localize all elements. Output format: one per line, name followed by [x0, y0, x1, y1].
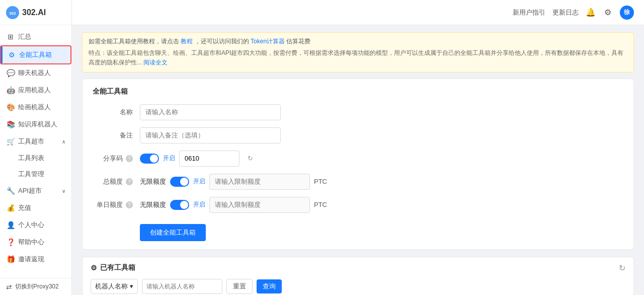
sidebar-item-chat-robot[interactable]: 💬 聊天机器人 — [0, 64, 71, 82]
settings-icon[interactable]: ⚙ — [603, 8, 613, 18]
sidebar: 302 302.AI ⊞ 汇总 ⚙ 全能工具箱 💬 聊天机器人 🤖 应用机器人 … — [0, 0, 72, 295]
main-area: 新用户指引 更新日志 🔔 ⚙ 徐 如需全能工具箱使用教程，请点击 教程 ，还可以… — [72, 0, 644, 295]
new-user-guide-btn[interactable]: 新用户指引 — [513, 8, 545, 17]
create-btn-row: 创建全能工具箱 — [93, 220, 623, 241]
notice-mid: ，还可以访问我们的 — [195, 38, 249, 45]
invite-icon: 🎁 — [6, 255, 15, 264]
total-quota-toggle-label: 开启 — [193, 177, 205, 186]
share-code-input[interactable] — [179, 151, 239, 167]
total-quota-input[interactable] — [209, 174, 310, 190]
tool-market-icon: 🛒 — [6, 137, 15, 146]
personal-icon: 👤 — [6, 220, 15, 230]
token-calculator-link[interactable]: Token计算器 — [251, 38, 285, 45]
form-row-total-quota: 总额度 ? 无限额度 开启 PTC — [93, 174, 623, 190]
share-code-toggle[interactable] — [140, 154, 159, 164]
daily-quota-toggle-label: 开启 — [193, 200, 205, 209]
logo-icon: 302 — [6, 6, 19, 19]
sidebar-item-tool-list[interactable]: 工具列表 — [0, 150, 71, 166]
sidebar-label-help: 帮助中心 — [18, 238, 44, 247]
name-input[interactable] — [140, 104, 281, 120]
sidebar-bottom-switch[interactable]: ⇄ 切换到Proxy302 — [0, 278, 71, 295]
sidebar-label-paint-robot: 绘画机器人 — [18, 103, 51, 112]
query-button[interactable]: 查询 — [257, 279, 282, 293]
filter-row: 机器人名称 ▾ 重置 查询 — [91, 279, 625, 294]
sidebar-item-all-tools[interactable]: ⚙ 全能工具箱 — [0, 45, 71, 64]
form-row-daily-quota: 单日额度 ? 无限额度 开启 PTC — [93, 197, 623, 213]
sidebar-label-invite: 邀请返现 — [18, 255, 44, 264]
change-log-btn[interactable]: 更新日志 — [552, 8, 579, 17]
sidebar-item-recharge[interactable]: 💰 充值 — [0, 199, 71, 216]
sidebar-label-chat-robot: 聊天机器人 — [18, 68, 51, 78]
share-code-info-icon[interactable]: ? — [126, 155, 133, 162]
existing-panel-header: ⚙ 已有工具箱 ↻ — [91, 263, 625, 273]
sidebar-item-overview[interactable]: ⊞ 汇总 — [0, 28, 71, 45]
api-market-icon: 🔧 — [6, 186, 15, 195]
svg-text:302: 302 — [9, 11, 16, 16]
sidebar-label-tool-manage: 工具管理 — [18, 170, 44, 179]
sidebar-item-tool-manage[interactable]: 工具管理 — [0, 166, 71, 182]
sidebar-label-personal: 个人中心 — [18, 220, 44, 230]
create-panel-title: 全能工具箱 — [93, 87, 623, 96]
feature-desc: 特点：该全能工具箱包含聊天、绘画、工具超市和API超市四大功能，按需付费，可根据… — [89, 49, 623, 66]
switch-icon: ⇄ — [6, 283, 12, 291]
chat-robot-icon: 💬 — [6, 68, 15, 78]
notice-line1: 如需全能工具箱使用教程，请点击 教程 ，还可以访问我们的 Token计算器 估算… — [89, 37, 627, 46]
notice-suffix: 估算花费 — [286, 38, 310, 45]
total-quota-unit: PTC — [314, 178, 327, 185]
existing-panel-title: ⚙ 已有工具箱 — [91, 263, 135, 272]
sidebar-label-knowledge-robot: 知识库机器人 — [18, 120, 57, 129]
tool-market-expand-icon: ∧ — [62, 139, 65, 144]
reset-filter-button[interactable]: 重置 — [226, 279, 253, 294]
sidebar-item-api-market[interactable]: 🔧 API超市 ∨ — [0, 182, 71, 199]
share-code-refresh-icon[interactable]: ↻ — [248, 155, 253, 162]
logo-text: 302.AI — [22, 8, 46, 17]
total-quota-info-icon[interactable]: ? — [126, 178, 133, 185]
total-quota-label-text: 总额度 — [103, 178, 123, 185]
note-input[interactable] — [140, 127, 281, 143]
share-code-label-text: 分享码 — [103, 155, 123, 162]
sidebar-nav: ⊞ 汇总 ⚙ 全能工具箱 💬 聊天机器人 🤖 应用机器人 🎨 绘画机器人 📚 知… — [0, 25, 71, 278]
sidebar-item-invite[interactable]: 🎁 邀请返现 — [0, 251, 71, 268]
filter-select-chevron: ▾ — [130, 282, 133, 290]
create-toolbox-button[interactable]: 创建全能工具箱 — [140, 224, 206, 241]
tutorial-link[interactable]: 教程 — [181, 38, 193, 45]
sidebar-label-overview: 汇总 — [18, 32, 31, 41]
sidebar-label-api-market: API超市 — [18, 186, 42, 195]
total-quota-toggle[interactable] — [170, 177, 189, 187]
sidebar-label-all-tools: 全能工具箱 — [19, 50, 52, 59]
filter-robot-name-input[interactable] — [142, 279, 222, 294]
existing-title-text: 已有工具箱 — [100, 263, 135, 272]
daily-quota-unlimited-text: 无限额度 — [140, 200, 166, 209]
sidebar-item-tool-market[interactable]: 🛒 工具超市 ∧ — [0, 133, 71, 150]
content-area: 如需全能工具箱使用教程，请点击 教程 ，还可以访问我们的 Token计算器 估算… — [72, 25, 644, 295]
user-avatar[interactable]: 徐 — [620, 6, 634, 20]
sidebar-item-paint-robot[interactable]: 🎨 绘画机器人 — [0, 99, 71, 116]
daily-quota-input[interactable] — [209, 197, 310, 213]
daily-quota-label-text: 单日额度 — [97, 201, 123, 208]
total-quota-label: 总额度 ? — [93, 177, 133, 186]
total-quota-row: 无限额度 开启 PTC — [140, 174, 327, 190]
logo: 302 302.AI — [0, 0, 71, 25]
daily-quota-info-icon[interactable]: ? — [126, 201, 133, 208]
filter-select-label: 机器人名称 — [95, 282, 128, 291]
sidebar-item-app-robot[interactable]: 🤖 应用机器人 — [0, 82, 71, 99]
read-more-link[interactable]: 阅读全文 — [143, 59, 168, 66]
sidebar-item-knowledge-robot[interactable]: 📚 知识库机器人 — [0, 116, 71, 133]
existing-refresh-icon[interactable]: ↻ — [619, 263, 625, 273]
share-code-toggle-group: 开启 ↻ — [140, 151, 253, 167]
filter-select-robot-name[interactable]: 机器人名称 ▾ — [91, 279, 138, 294]
sidebar-item-personal[interactable]: 👤 个人中心 — [0, 216, 71, 234]
form-row-note: 备注 — [93, 127, 623, 143]
gear-settings-icon: ⚙ — [91, 264, 97, 272]
notice-feature-text: 特点：该全能工具箱包含聊天、绘画、工具超市和API超市四大功能，按需付费，可根据… — [89, 48, 627, 67]
daily-quota-toggle[interactable] — [170, 200, 189, 210]
sidebar-label-app-robot: 应用机器人 — [18, 86, 51, 95]
recharge-icon: 💰 — [6, 203, 15, 212]
sidebar-item-help[interactable]: ❓ 帮助中心 — [0, 234, 71, 251]
notification-icon[interactable]: 🔔 — [586, 8, 596, 18]
total-quota-unlimited-text: 无限额度 — [140, 177, 166, 186]
api-market-collapse-icon: ∨ — [62, 188, 65, 194]
knowledge-robot-icon: 📚 — [6, 120, 15, 129]
existing-toolbox-panel: ⚙ 已有工具箱 ↻ 机器人名称 ▾ 重置 查询 名称 — [82, 257, 634, 295]
name-label: 名称 — [93, 108, 133, 117]
